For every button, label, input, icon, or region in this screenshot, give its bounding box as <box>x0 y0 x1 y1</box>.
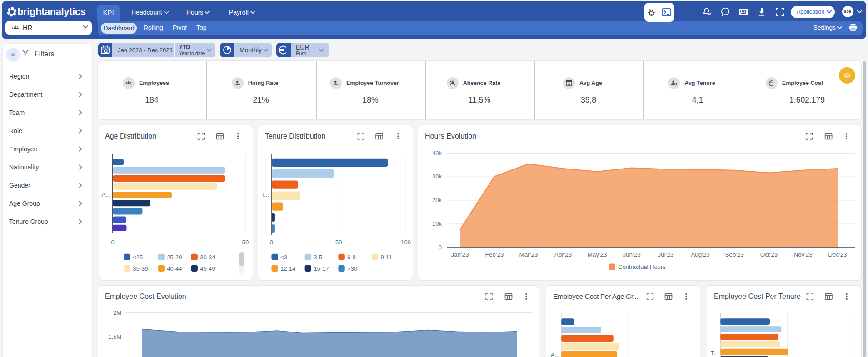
svg-text:T...: T... <box>261 191 269 198</box>
svg-text:<25: <25 <box>133 254 143 261</box>
svg-text:Jun'23: Jun'23 <box>623 251 640 258</box>
svg-text:Sep'23: Sep'23 <box>725 251 744 258</box>
svg-text:0: 0 <box>111 239 114 246</box>
svg-text:3-5: 3-5 <box>314 254 322 261</box>
svg-text:40-44: 40-44 <box>167 265 182 272</box>
svg-text:>30: >30 <box>347 265 357 272</box>
svg-text:Contractual Hours: Contractual Hours <box>618 263 666 270</box>
svg-text:9-11: 9-11 <box>380 254 392 261</box>
svg-text:Oct'23: Oct'23 <box>760 251 778 258</box>
svg-text:35-39: 35-39 <box>133 265 148 272</box>
svg-text:<3: <3 <box>280 254 287 261</box>
svg-text:Jul'23: Jul'23 <box>658 251 674 258</box>
svg-text:2M: 2M <box>113 309 121 316</box>
svg-text:Mar'23: Mar'23 <box>519 251 538 258</box>
svg-text:Feb'23: Feb'23 <box>485 251 504 258</box>
svg-text:12-14: 12-14 <box>280 265 295 272</box>
svg-text:40k: 40k <box>432 150 442 157</box>
svg-text:25-29: 25-29 <box>167 254 182 261</box>
svg-text:50: 50 <box>335 239 342 246</box>
svg-text:50: 50 <box>242 239 249 246</box>
svg-text:10k: 10k <box>432 220 442 227</box>
svg-text:15-17: 15-17 <box>314 265 329 272</box>
svg-text:45-49: 45-49 <box>200 265 215 272</box>
svg-text:Aug'23: Aug'23 <box>691 251 710 258</box>
svg-text:30-34: 30-34 <box>200 254 215 261</box>
svg-text:Apr'23: Apr'23 <box>554 251 572 258</box>
svg-text:A...: A... <box>550 352 559 357</box>
svg-text:Jan'23: Jan'23 <box>451 251 469 258</box>
svg-text:100: 100 <box>401 239 411 246</box>
svg-text:May'23: May'23 <box>587 251 607 258</box>
svg-text:Nov'23: Nov'23 <box>793 251 813 258</box>
svg-text:6-8: 6-8 <box>347 254 356 261</box>
svg-text:A...: A... <box>101 191 110 198</box>
svg-text:1,5M: 1,5M <box>108 333 121 340</box>
svg-text:0: 0 <box>270 239 273 246</box>
svg-text:0: 0 <box>439 244 442 251</box>
svg-text:T...: T... <box>711 350 718 357</box>
svg-text:Dec'23: Dec'23 <box>828 251 847 258</box>
svg-text:20k: 20k <box>432 197 442 203</box>
svg-text:30k: 30k <box>432 173 442 180</box>
